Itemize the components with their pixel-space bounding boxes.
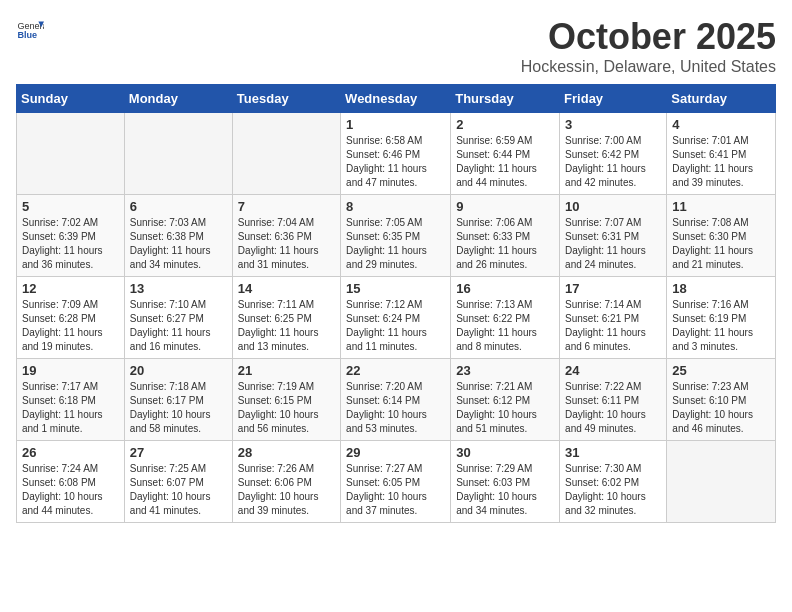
day-info: Sunrise: 7:08 AMSunset: 6:30 PMDaylight:… [672,216,770,272]
calendar-cell: 10Sunrise: 7:07 AMSunset: 6:31 PMDayligh… [560,195,667,277]
day-of-week-header: Wednesday [341,85,451,113]
day-of-week-header: Friday [560,85,667,113]
day-info: Sunrise: 7:26 AMSunset: 6:06 PMDaylight:… [238,462,335,518]
day-info: Sunrise: 7:18 AMSunset: 6:17 PMDaylight:… [130,380,227,436]
day-number: 31 [565,445,661,460]
calendar-cell: 28Sunrise: 7:26 AMSunset: 6:06 PMDayligh… [232,441,340,523]
calendar-cell: 8Sunrise: 7:05 AMSunset: 6:35 PMDaylight… [341,195,451,277]
calendar-cell: 7Sunrise: 7:04 AMSunset: 6:36 PMDaylight… [232,195,340,277]
day-info: Sunrise: 7:14 AMSunset: 6:21 PMDaylight:… [565,298,661,354]
day-number: 13 [130,281,227,296]
calendar-cell: 3Sunrise: 7:00 AMSunset: 6:42 PMDaylight… [560,113,667,195]
calendar-cell: 29Sunrise: 7:27 AMSunset: 6:05 PMDayligh… [341,441,451,523]
day-of-week-header: Saturday [667,85,776,113]
day-info: Sunrise: 7:13 AMSunset: 6:22 PMDaylight:… [456,298,554,354]
calendar-cell: 18Sunrise: 7:16 AMSunset: 6:19 PMDayligh… [667,277,776,359]
day-number: 18 [672,281,770,296]
day-number: 19 [22,363,119,378]
day-number: 11 [672,199,770,214]
calendar-cell [124,113,232,195]
calendar-cell: 4Sunrise: 7:01 AMSunset: 6:41 PMDaylight… [667,113,776,195]
day-info: Sunrise: 7:19 AMSunset: 6:15 PMDaylight:… [238,380,335,436]
day-info: Sunrise: 7:10 AMSunset: 6:27 PMDaylight:… [130,298,227,354]
day-of-week-header: Tuesday [232,85,340,113]
calendar-cell: 22Sunrise: 7:20 AMSunset: 6:14 PMDayligh… [341,359,451,441]
day-info: Sunrise: 7:23 AMSunset: 6:10 PMDaylight:… [672,380,770,436]
day-number: 3 [565,117,661,132]
day-number: 5 [22,199,119,214]
calendar-cell: 9Sunrise: 7:06 AMSunset: 6:33 PMDaylight… [451,195,560,277]
day-number: 8 [346,199,445,214]
day-info: Sunrise: 7:20 AMSunset: 6:14 PMDaylight:… [346,380,445,436]
day-number: 20 [130,363,227,378]
calendar-header-row: SundayMondayTuesdayWednesdayThursdayFrid… [17,85,776,113]
calendar-table: SundayMondayTuesdayWednesdayThursdayFrid… [16,84,776,523]
day-info: Sunrise: 7:09 AMSunset: 6:28 PMDaylight:… [22,298,119,354]
day-number: 17 [565,281,661,296]
calendar-cell: 16Sunrise: 7:13 AMSunset: 6:22 PMDayligh… [451,277,560,359]
calendar-cell: 2Sunrise: 6:59 AMSunset: 6:44 PMDaylight… [451,113,560,195]
calendar-week-row: 19Sunrise: 7:17 AMSunset: 6:18 PMDayligh… [17,359,776,441]
day-number: 30 [456,445,554,460]
calendar-cell: 26Sunrise: 7:24 AMSunset: 6:08 PMDayligh… [17,441,125,523]
calendar-week-row: 1Sunrise: 6:58 AMSunset: 6:46 PMDaylight… [17,113,776,195]
day-info: Sunrise: 7:30 AMSunset: 6:02 PMDaylight:… [565,462,661,518]
day-of-week-header: Monday [124,85,232,113]
day-info: Sunrise: 7:17 AMSunset: 6:18 PMDaylight:… [22,380,119,436]
page-header: General Blue October 2025 Hockessin, Del… [16,16,776,76]
day-info: Sunrise: 6:58 AMSunset: 6:46 PMDaylight:… [346,134,445,190]
calendar-cell: 13Sunrise: 7:10 AMSunset: 6:27 PMDayligh… [124,277,232,359]
day-number: 25 [672,363,770,378]
title-block: October 2025 Hockessin, Delaware, United… [521,16,776,76]
day-number: 16 [456,281,554,296]
day-info: Sunrise: 7:12 AMSunset: 6:24 PMDaylight:… [346,298,445,354]
day-number: 22 [346,363,445,378]
calendar-cell: 31Sunrise: 7:30 AMSunset: 6:02 PMDayligh… [560,441,667,523]
day-info: Sunrise: 7:24 AMSunset: 6:08 PMDaylight:… [22,462,119,518]
day-number: 4 [672,117,770,132]
day-number: 14 [238,281,335,296]
day-info: Sunrise: 7:21 AMSunset: 6:12 PMDaylight:… [456,380,554,436]
calendar-cell: 25Sunrise: 7:23 AMSunset: 6:10 PMDayligh… [667,359,776,441]
day-info: Sunrise: 7:00 AMSunset: 6:42 PMDaylight:… [565,134,661,190]
day-number: 28 [238,445,335,460]
day-info: Sunrise: 7:05 AMSunset: 6:35 PMDaylight:… [346,216,445,272]
calendar-cell: 1Sunrise: 6:58 AMSunset: 6:46 PMDaylight… [341,113,451,195]
day-info: Sunrise: 7:25 AMSunset: 6:07 PMDaylight:… [130,462,227,518]
calendar-week-row: 5Sunrise: 7:02 AMSunset: 6:39 PMDaylight… [17,195,776,277]
calendar-cell: 24Sunrise: 7:22 AMSunset: 6:11 PMDayligh… [560,359,667,441]
calendar-cell: 14Sunrise: 7:11 AMSunset: 6:25 PMDayligh… [232,277,340,359]
day-number: 15 [346,281,445,296]
day-info: Sunrise: 7:29 AMSunset: 6:03 PMDaylight:… [456,462,554,518]
logo-icon: General Blue [16,16,44,44]
day-number: 21 [238,363,335,378]
day-number: 7 [238,199,335,214]
calendar-cell: 21Sunrise: 7:19 AMSunset: 6:15 PMDayligh… [232,359,340,441]
day-info: Sunrise: 7:03 AMSunset: 6:38 PMDaylight:… [130,216,227,272]
day-info: Sunrise: 7:06 AMSunset: 6:33 PMDaylight:… [456,216,554,272]
calendar-cell: 15Sunrise: 7:12 AMSunset: 6:24 PMDayligh… [341,277,451,359]
day-info: Sunrise: 7:11 AMSunset: 6:25 PMDaylight:… [238,298,335,354]
calendar-cell [17,113,125,195]
day-number: 6 [130,199,227,214]
calendar-cell: 19Sunrise: 7:17 AMSunset: 6:18 PMDayligh… [17,359,125,441]
logo: General Blue [16,16,44,44]
calendar-cell [232,113,340,195]
day-number: 26 [22,445,119,460]
day-of-week-header: Thursday [451,85,560,113]
day-info: Sunrise: 7:01 AMSunset: 6:41 PMDaylight:… [672,134,770,190]
calendar-cell [667,441,776,523]
calendar-cell: 12Sunrise: 7:09 AMSunset: 6:28 PMDayligh… [17,277,125,359]
location-title: Hockessin, Delaware, United States [521,58,776,76]
svg-text:Blue: Blue [17,30,37,40]
calendar-cell: 5Sunrise: 7:02 AMSunset: 6:39 PMDaylight… [17,195,125,277]
calendar-cell: 27Sunrise: 7:25 AMSunset: 6:07 PMDayligh… [124,441,232,523]
day-number: 2 [456,117,554,132]
day-of-week-header: Sunday [17,85,125,113]
calendar-cell: 20Sunrise: 7:18 AMSunset: 6:17 PMDayligh… [124,359,232,441]
day-number: 24 [565,363,661,378]
calendar-week-row: 26Sunrise: 7:24 AMSunset: 6:08 PMDayligh… [17,441,776,523]
day-number: 9 [456,199,554,214]
day-number: 1 [346,117,445,132]
calendar-cell: 23Sunrise: 7:21 AMSunset: 6:12 PMDayligh… [451,359,560,441]
